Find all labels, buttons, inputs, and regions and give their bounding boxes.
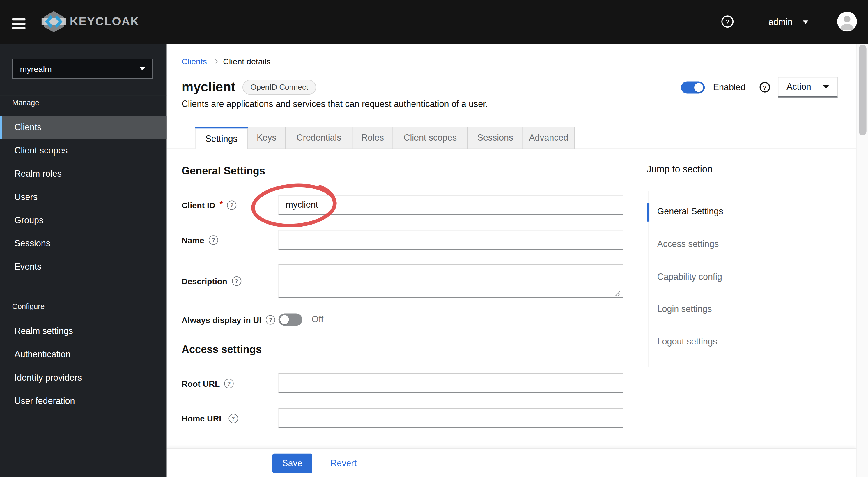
page-subtitle: Clients are applications and services th… [182,99,488,109]
client-id-input[interactable] [279,195,623,215]
always-display-toggle[interactable] [279,314,303,326]
tab-advanced[interactable]: Advanced [523,127,575,149]
client-id-label-group: Client ID * [182,195,237,215]
description-label-group: Description [182,264,241,298]
user-menu[interactable]: admin [769,0,808,44]
tab-client-scopes[interactable]: Client scopes [393,127,468,149]
required-indicator: * [220,200,223,208]
username: admin [769,17,793,27]
jump-item-access-settings[interactable]: Access settings [648,236,775,252]
sidebar-item-identity-providers[interactable]: Identity providers [0,366,167,389]
enabled-label: Enabled [713,82,746,92]
page-scrollbar [856,44,868,477]
save-button[interactable]: Save [273,454,312,473]
tab-bar: Settings Keys Credentials Roles Client s… [167,127,857,149]
sidebar-item-realm-roles[interactable]: Realm roles [0,162,167,185]
keycloak-logo: KEYCLOAK [41,10,140,33]
nav-section-manage: Manage [12,99,156,110]
home-url-label-group: Home URL [182,408,238,428]
tab-sessions[interactable]: Sessions [468,127,523,149]
chevron-down-icon [823,85,829,89]
breadcrumb-clients-link[interactable]: Clients [182,56,207,65]
name-label: Name [182,235,204,244]
jump-item-login-settings[interactable]: Login settings [648,301,775,318]
action-dropdown-label: Action [786,82,811,92]
keycloak-admin-console: KEYCLOAK admin myrealm Manage Clients Cl… [0,0,868,477]
tab-credentials[interactable]: Credentials [285,127,352,149]
enabled-toggle[interactable] [681,81,705,93]
form-action-bar: Save Revert [167,449,857,477]
sidebar: myrealm Manage Clients Client scopes Rea… [0,44,167,477]
brand-text: KEYCLOAK [70,15,140,28]
sidebar-item-events[interactable]: Events [0,256,167,279]
nav-section-configure: Configure [12,302,156,314]
breadcrumb-current: Client details [223,56,271,65]
action-dropdown[interactable]: Action [778,77,837,97]
manage-nav: Clients Client scopes Realm roles Users … [0,116,167,279]
name-input[interactable] [279,230,623,249]
tab-settings[interactable]: Settings [195,127,248,149]
chevron-down-icon [140,67,145,70]
root-url-help-icon[interactable] [224,379,234,388]
home-url-input[interactable] [279,408,623,428]
root-url-label-group: Root URL [182,373,234,393]
always-display-label-group: Always display in UI [182,314,275,326]
jump-to-section-heading: Jump to section [647,164,713,175]
configure-nav: Realm settings Authentication Identity p… [0,320,167,413]
access-settings-heading: Access settings [182,343,262,356]
description-textarea[interactable] [279,264,623,298]
sidebar-item-groups[interactable]: Groups [0,209,167,232]
scrollbar-thumb[interactable] [859,45,867,135]
always-display-label: Always display in UI [182,315,261,324]
name-help-icon[interactable] [209,235,218,244]
realm-selector[interactable]: myrealm [12,59,153,79]
main-content: Clients Client details myclient OpenID C… [167,44,857,477]
realm-name: myrealm [20,64,52,73]
always-display-help-icon[interactable] [266,315,275,324]
masthead: KEYCLOAK admin [0,0,868,44]
tab-roles[interactable]: Roles [353,127,393,149]
sidebar-item-user-federation[interactable]: User federation [0,389,167,413]
tab-spacer [167,127,195,149]
tab-keys[interactable]: Keys [248,127,285,149]
description-help-icon[interactable] [232,276,241,286]
name-label-group: Name [182,230,218,249]
sidebar-item-realm-settings[interactable]: Realm settings [0,320,167,343]
hamburger-menu-icon[interactable] [12,18,26,26]
sidebar-item-sessions[interactable]: Sessions [0,232,167,256]
page-title: myclient [182,79,236,95]
sidebar-item-clients[interactable]: Clients [0,116,167,139]
description-label: Description [182,276,227,286]
breadcrumb: Clients Client details [182,55,271,66]
always-display-state: Off [312,314,323,326]
avatar[interactable] [837,12,857,31]
jump-to-section-nav: General Settings Access settings Capabil… [648,191,780,367]
tab-bar-filler [575,127,856,149]
jump-item-general-settings[interactable]: General Settings [648,203,775,220]
root-url-input[interactable] [279,373,623,393]
title-row: myclient OpenID Connect [182,78,316,96]
protocol-badge: OpenID Connect [243,80,316,94]
home-url-label: Home URL [182,414,224,423]
keycloak-hexagon-icon [41,10,66,33]
general-settings-heading: General Settings [182,165,265,177]
help-icon[interactable] [721,16,734,28]
client-id-label: Client ID [182,200,215,210]
enabled-help-icon[interactable] [760,82,770,92]
header-controls: Enabled Action [681,77,837,97]
sidebar-item-authentication[interactable]: Authentication [0,343,167,366]
jump-item-capability-config[interactable]: Capability config [648,268,775,285]
sidebar-item-users[interactable]: Users [0,185,167,209]
chevron-down-icon [803,20,808,23]
jump-item-logout-settings[interactable]: Logout settings [648,333,775,350]
revert-link[interactable]: Revert [330,449,356,477]
client-id-help-icon[interactable] [227,200,236,210]
root-url-label: Root URL [182,379,220,388]
home-url-help-icon[interactable] [228,414,238,423]
chevron-right-icon [212,59,218,64]
sidebar-divider [0,95,167,95]
sidebar-item-client-scopes[interactable]: Client scopes [0,139,167,162]
